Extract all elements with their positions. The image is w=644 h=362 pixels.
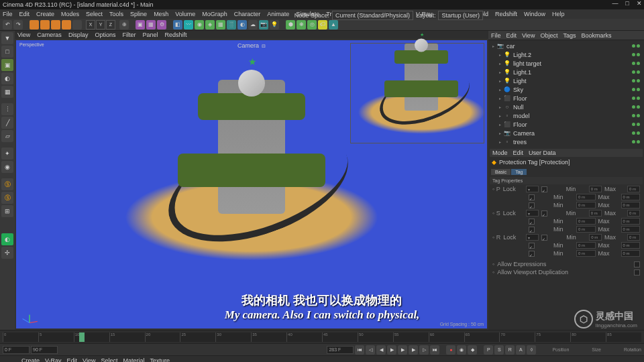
maximize-button[interactable]: □ xyxy=(624,0,631,7)
menu-spline[interactable]: Spline xyxy=(130,11,147,17)
object-row-null[interactable]: ▸○Null xyxy=(490,103,643,111)
live-select-icon[interactable] xyxy=(30,20,39,29)
render-picture-icon[interactable]: ▦ xyxy=(146,20,156,29)
axis-y-toggle[interactable]: Y xyxy=(96,20,105,29)
object-row-car[interactable]: ▸📷car xyxy=(490,42,643,50)
menu-tools[interactable]: Tools xyxy=(109,11,123,17)
viewport-canvas[interactable]: Perspective Camera ⊟ ★ ★ Grid Spacing : … xyxy=(16,40,487,328)
menu-modes[interactable]: Modes xyxy=(61,11,79,17)
layout-dropdown[interactable]: Startup (User) xyxy=(438,11,483,20)
scale-key-icon[interactable]: S xyxy=(494,345,504,355)
object-row-floor[interactable]: ▸⬛Floor xyxy=(490,120,643,129)
menu-mograph[interactable]: MoGraph xyxy=(202,11,227,17)
generator2-icon[interactable]: ◈ xyxy=(205,20,215,29)
redo-icon[interactable]: ↷ xyxy=(13,20,23,29)
object-row-model[interactable]: ▸▫model xyxy=(490,111,643,120)
objmenu-edit[interactable]: Edit xyxy=(506,32,517,39)
matmenu-edit[interactable]: Edit xyxy=(67,357,78,362)
rot-key-icon[interactable]: R xyxy=(505,345,515,355)
rect-select-icon[interactable]: □ xyxy=(1,46,13,58)
play-back-icon[interactable]: ▶ xyxy=(387,345,396,355)
coord-system-icon[interactable]: ⊕ xyxy=(119,20,129,29)
pla-key-icon[interactable]: ◊ xyxy=(527,345,536,355)
menu-volume[interactable]: Volume xyxy=(175,11,195,17)
prev-key-icon[interactable]: ◁ xyxy=(366,345,375,355)
objmenu-view[interactable]: View xyxy=(522,32,535,39)
next-frame-icon[interactable]: ▶ xyxy=(409,345,418,355)
menu-select[interactable]: Select xyxy=(86,11,103,17)
snap-icon[interactable]: Ⓢ xyxy=(1,178,13,190)
scale-icon[interactable] xyxy=(51,20,60,29)
menu-animate[interactable]: Animate xyxy=(267,11,289,17)
next-key-icon[interactable]: ▷ xyxy=(419,345,429,355)
goto-end-icon[interactable]: ⏭ xyxy=(430,345,439,355)
menu-help[interactable]: Help xyxy=(552,11,565,17)
volume-icon[interactable]: ▲ xyxy=(329,20,338,29)
tweak-icon[interactable]: ✢ xyxy=(1,247,13,259)
vpmenu-filter[interactable]: Filter xyxy=(122,32,136,38)
render-view-icon[interactable]: ▣ xyxy=(136,20,145,29)
autokey-icon[interactable]: ◉ xyxy=(457,345,466,355)
object-row-trees[interactable]: ▸▫trees xyxy=(490,137,643,146)
mograph-icon[interactable]: ⬢ xyxy=(286,20,295,29)
rotate-icon[interactable] xyxy=(62,20,71,29)
current-frame-field[interactable]: 283 F xyxy=(327,346,354,354)
fields-icon[interactable]: ◎ xyxy=(307,20,317,29)
object-row-light[interactable]: ▸💡Light xyxy=(490,76,643,85)
menu-window[interactable]: Window xyxy=(524,11,545,17)
object-row-camera[interactable]: ▸📷Camera xyxy=(490,129,643,137)
timeline[interactable]: 051015202530354045505560657075808590 xyxy=(0,330,644,343)
object-row-light2[interactable]: ▸💡Light.2 xyxy=(490,50,643,59)
recent-tool-icon[interactable] xyxy=(72,20,82,29)
workplane-icon[interactable]: ▦ xyxy=(1,86,13,98)
allow-allow-expressions[interactable]: ◦Allow Expressions xyxy=(490,260,643,268)
object-row-sky[interactable]: ▸🔵Sky xyxy=(490,85,643,94)
environment-icon[interactable]: ☁ xyxy=(248,20,258,29)
goto-start-icon[interactable]: ⏮ xyxy=(355,345,364,355)
attr-tab-basic[interactable]: Basic xyxy=(491,169,511,175)
vpmenu-cameras[interactable]: Cameras xyxy=(37,32,62,38)
object-row-floor[interactable]: ▸⬛Floor xyxy=(490,94,643,103)
prev-frame-icon[interactable]: ◀ xyxy=(376,345,386,355)
object-row-light1[interactable]: ▸💡Light.1 xyxy=(490,68,643,76)
menu-create[interactable]: Create xyxy=(36,11,54,17)
field-icon[interactable]: ░ xyxy=(227,20,236,29)
minimize-button[interactable]: — xyxy=(612,0,619,7)
matmenu-material[interactable]: Material xyxy=(123,357,144,362)
points-mode-icon[interactable]: ⋮ xyxy=(1,103,13,115)
vpmenu-redshift[interactable]: Redshift xyxy=(164,32,186,38)
model-mode-icon[interactable]: ▣ xyxy=(1,59,13,71)
objmenu-file[interactable]: File xyxy=(491,32,501,39)
spline-icon[interactable]: 〰 xyxy=(184,20,193,29)
play-icon[interactable]: ▶ xyxy=(398,345,407,355)
attrmenu-user data[interactable]: User Data xyxy=(529,149,556,156)
light-tool-icon[interactable]: 💡 xyxy=(270,20,279,29)
render-settings-icon[interactable]: ⚙ xyxy=(157,20,166,29)
workplane2-icon[interactable]: ⊞ xyxy=(1,205,13,217)
polys-mode-icon[interactable]: ▱ xyxy=(1,130,13,142)
camera-tool-icon[interactable]: 📷 xyxy=(259,20,268,29)
record-icon[interactable]: ● xyxy=(446,345,455,355)
menu-mesh[interactable]: Mesh xyxy=(154,11,168,17)
attr-tab-tag[interactable]: Tag xyxy=(511,169,527,175)
tag-icon[interactable]: 🏷 xyxy=(318,20,327,29)
vpmenu-display[interactable]: Display xyxy=(68,32,89,38)
end-frame-field[interactable]: 90 F xyxy=(31,346,58,354)
move-icon[interactable] xyxy=(40,20,50,29)
nodespace-dropdown[interactable]: Current (Standard/Physical) xyxy=(332,11,413,20)
close-button[interactable]: ✕ xyxy=(636,0,643,7)
timeline-playhead[interactable] xyxy=(79,333,85,342)
param-key-icon[interactable]: A xyxy=(516,345,525,355)
objmenu-bookmarks[interactable]: Bookmarks xyxy=(581,32,611,39)
attrmenu-mode[interactable]: Mode xyxy=(492,149,508,156)
menu-file[interactable]: File xyxy=(3,11,13,17)
menu-edit[interactable]: Edit xyxy=(19,11,30,17)
matmenu-texture[interactable]: Texture xyxy=(150,357,170,362)
cube-icon[interactable]: ◧ xyxy=(173,20,182,29)
menu-character[interactable]: Character xyxy=(234,11,261,17)
texture-mode-icon[interactable]: ◐ xyxy=(1,72,13,84)
undo-icon[interactable]: ↶ xyxy=(3,20,12,29)
axis-mode-icon[interactable]: ✦ xyxy=(1,147,13,160)
object-manager[interactable]: ▸📷car▸💡Light.2▸💡light target▸💡Light.1▸💡L… xyxy=(488,40,644,147)
viewport-solo-icon[interactable]: ◉ xyxy=(1,161,13,173)
